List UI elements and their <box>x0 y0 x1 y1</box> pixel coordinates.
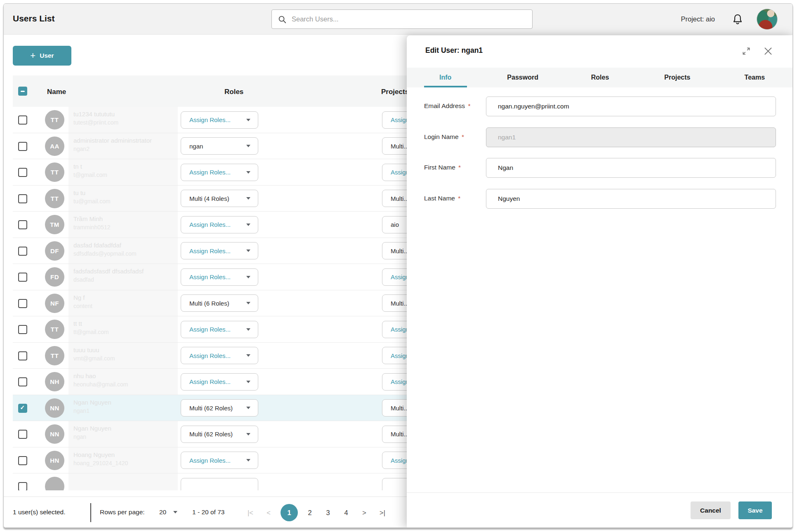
row-checkbox[interactable] <box>18 168 27 177</box>
roles-dropdown-value: Assign Roles... <box>189 326 243 333</box>
login-name-field <box>486 127 776 147</box>
chevron-down-icon <box>246 250 250 252</box>
previous-page-button[interactable]: < <box>262 504 275 521</box>
roles-dropdown-value: ngan <box>189 143 243 150</box>
add-user-button[interactable]: + User <box>13 46 71 66</box>
row-name-cell: Ng fcontent <box>68 290 178 316</box>
user-avatar[interactable] <box>757 9 778 30</box>
page-button-3[interactable]: 3 <box>322 504 334 521</box>
row-name-cell: tuuu tuuuvmt@gmail.com <box>68 343 178 369</box>
page-button-1[interactable]: 1 <box>281 504 298 521</box>
roles-dropdown[interactable]: Assign Roles... <box>181 452 258 469</box>
page-button-4[interactable]: 4 <box>340 504 352 521</box>
chevron-down-icon <box>246 302 250 304</box>
roles-dropdown-value: Assign Roles... <box>189 116 243 123</box>
roles-dropdown-value: Assign Roles... <box>189 169 243 176</box>
row-detail: vmt@gmail.com <box>73 355 178 362</box>
roles-dropdown[interactable]: Assign Roles... <box>181 347 258 364</box>
tab-projects[interactable]: Projects <box>639 68 716 87</box>
roles-dropdown[interactable]: Assign Roles... <box>181 164 258 181</box>
roles-dropdown[interactable]: Assign Roles... <box>181 242 258 259</box>
row-checkbox[interactable] <box>18 456 27 465</box>
row-checkbox[interactable] <box>18 115 27 125</box>
roles-dropdown-value: Multi (62 Roles) <box>189 405 243 412</box>
row-name-cell: fadsfadsfasdf dfsadsfadsfdsadfad <box>68 264 178 290</box>
chevron-down-icon <box>246 224 250 226</box>
row-name: fadsfadsfasdf dfsadsfadsf <box>73 268 178 275</box>
row-name-cell: Ngan Nguyenngan1 <box>68 395 178 421</box>
rows-per-page-select[interactable]: 20 <box>159 508 177 516</box>
row-checkbox[interactable] <box>18 377 27 386</box>
tab-teams[interactable]: Teams <box>716 68 793 87</box>
field-label: First Name * <box>424 164 461 171</box>
search-input[interactable] <box>292 15 526 23</box>
roles-dropdown[interactable]: Multi (62 Roles) <box>181 399 258 417</box>
row-checkbox[interactable] <box>18 325 27 334</box>
row-name-cell: Ngan Nguyenngan <box>68 421 178 447</box>
column-header-roles: Roles <box>224 88 243 96</box>
roles-dropdown[interactable]: Assign Roles... <box>181 111 258 129</box>
row-checkbox[interactable] <box>18 351 27 360</box>
row-detail: ngan <box>73 433 178 440</box>
row-avatar: TM <box>45 215 64 234</box>
chevron-down-icon <box>246 328 250 331</box>
row-detail: tu@gmail.com <box>73 198 178 205</box>
chevron-down-icon <box>246 119 250 121</box>
roles-dropdown[interactable]: Multi (6 Roles) <box>181 294 258 312</box>
row-checkbox[interactable] <box>18 142 27 151</box>
row-detail: sdfsdfads@yopmail.com <box>73 250 178 257</box>
roles-dropdown[interactable] <box>181 478 258 491</box>
row-avatar <box>45 477 64 490</box>
row-name: tu tu <box>73 189 178 196</box>
row-name: Ng f <box>73 294 178 301</box>
first-page-button[interactable]: |< <box>244 504 257 521</box>
row-checkbox[interactable] <box>18 404 27 413</box>
row-checkbox[interactable] <box>18 430 27 439</box>
roles-dropdown[interactable]: Multi (62 Roles) <box>181 426 258 443</box>
row-name: Ngan Nguyen <box>73 399 178 406</box>
chevron-down-icon <box>246 381 250 383</box>
save-button[interactable]: Save <box>738 501 772 519</box>
panel-footer: Cancel Save <box>407 492 793 528</box>
tab-roles[interactable]: Roles <box>561 68 639 87</box>
row-checkbox[interactable] <box>18 273 27 282</box>
roles-dropdown[interactable]: Assign Roles... <box>181 321 258 338</box>
first-name-field[interactable] <box>486 158 776 178</box>
field-label: Last Name * <box>424 195 460 202</box>
roles-dropdown[interactable]: Assign Roles... <box>181 268 258 286</box>
tab-info[interactable]: Info <box>407 68 484 87</box>
last-page-button[interactable]: >| <box>376 504 389 521</box>
form-row-login-name: Login Name * <box>424 127 776 147</box>
roles-dropdown-value: Multi (4 Roles) <box>189 195 243 202</box>
roles-dropdown[interactable]: ngan <box>181 137 258 155</box>
row-avatar: HN <box>45 451 64 470</box>
email-address-field[interactable] <box>486 97 776 116</box>
row-checkbox[interactable] <box>18 220 27 229</box>
last-name-field[interactable] <box>486 189 776 209</box>
row-checkbox[interactable] <box>18 299 27 308</box>
chevron-down-icon <box>246 276 250 278</box>
pagination: |<<1234>>| <box>244 504 389 521</box>
tab-password[interactable]: Password <box>484 68 561 87</box>
row-checkbox[interactable] <box>18 194 27 203</box>
field-label: Email Address * <box>424 102 470 110</box>
panel-tabs: InfoPasswordRolesProjectsTeams <box>407 68 793 87</box>
footer-divider <box>90 503 91 522</box>
row-name: tuuu tuuu <box>73 346 178 353</box>
row-name: tu1234 tutututu <box>73 111 178 118</box>
row-name: administrator admininstrtator <box>73 137 178 144</box>
roles-dropdown[interactable]: Assign Roles... <box>181 373 258 391</box>
next-page-button[interactable]: > <box>358 504 370 521</box>
notifications-bell-icon[interactable] <box>731 13 744 26</box>
row-checkbox[interactable] <box>18 247 27 256</box>
field-label: Login Name * <box>424 133 464 141</box>
close-icon[interactable] <box>763 46 773 56</box>
page-button-2[interactable]: 2 <box>304 504 316 521</box>
roles-dropdown[interactable]: Assign Roles... <box>181 216 258 233</box>
cancel-button[interactable]: Cancel <box>691 501 731 519</box>
select-all-checkbox[interactable] <box>18 87 27 96</box>
expand-icon[interactable] <box>741 46 752 56</box>
roles-dropdown[interactable]: Multi (4 Roles) <box>181 190 258 207</box>
row-checkbox[interactable] <box>18 482 27 490</box>
selection-count: 1 user(s) selected. <box>13 508 66 516</box>
